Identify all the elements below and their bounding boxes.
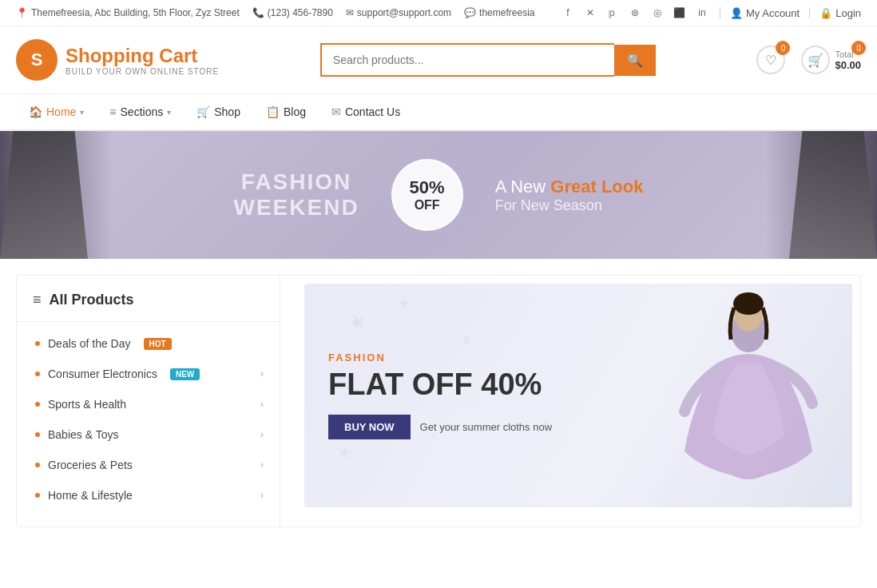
twitter-icon[interactable]: ✕	[582, 5, 598, 21]
cart-button[interactable]: 🛒 0 Total $0.00	[801, 46, 861, 74]
sections-arrow: ▾	[167, 108, 171, 117]
product-area: ★ ★ ★ ★ ★ ★ ★ ★ FASHION FLAT OFF 40% BUY…	[296, 276, 860, 526]
svg-text:★: ★	[507, 305, 517, 316]
sidebar-item-groceries-left: Groceries & Pets	[35, 459, 133, 471]
svg-point-10	[733, 292, 764, 315]
address-info: 📍 Themefreesia, Abc Building, 5th Floor,…	[16, 7, 240, 18]
banner-line1: A New Great Look	[495, 177, 644, 197]
promo-banner: ★ ★ ★ ★ ★ ★ ★ ★ FASHION FLAT OFF 40% BUY…	[304, 284, 852, 507]
model-svg	[669, 292, 828, 499]
sections-icon: ≡	[109, 105, 116, 118]
banner-content: FASHION WEEKEND 50% OFF A New Great Look…	[234, 159, 644, 231]
chevron-right-icon: ›	[260, 490, 264, 501]
sidebar-label-electronics: Consumer Electronics	[48, 368, 157, 380]
sidebar-item-electronics[interactable]: Consumer Electronics NEW ›	[17, 359, 280, 389]
promo-model-area	[669, 292, 828, 499]
svg-text:★: ★	[335, 440, 355, 463]
logo-title: Shopping Cart	[65, 45, 219, 67]
cart-count: 0	[851, 41, 866, 55]
promo-flat-label: FLAT OFF 40%	[328, 368, 552, 402]
sidebar-item-deals[interactable]: Deals of the Day HOT	[17, 328, 280, 359]
flickr-icon[interactable]: ⬛	[672, 5, 688, 21]
sidebar-label-home-lifestyle: Home & Lifestyle	[48, 489, 133, 502]
sidebar-item-home-lifestyle-left: Home & Lifestyle	[35, 489, 133, 502]
logo-subtitle: BUILD YOUR OWN ONLINE STORE	[65, 67, 219, 76]
nav-item-blog[interactable]: 📋 Blog	[253, 94, 319, 129]
my-account-link[interactable]: 👤 My Account	[730, 7, 800, 19]
sidebar-label-deals: Deals of the Day	[48, 337, 131, 350]
header-right: ♡ 0 🛒 0 Total $0.00	[756, 46, 861, 74]
sidebar-item-sports-left: Sports & Health	[35, 398, 126, 411]
promo-cta-row: BUY NOW Get your summer cloths now	[328, 415, 552, 439]
sidebar: ≡ All Products Deals of the Day HOT Cons…	[17, 276, 280, 526]
search-input[interactable]	[320, 43, 614, 77]
search-bar: 🔍	[320, 43, 656, 77]
cart-total-value: $0.00	[835, 59, 861, 71]
wishlist-count: 0	[776, 41, 790, 55]
cart-icon: 🛒	[801, 46, 830, 74]
banner-model-left	[0, 131, 112, 259]
divider	[809, 7, 810, 18]
dribbble-icon[interactable]: ⊛	[627, 5, 643, 21]
chevron-right-icon: ›	[260, 429, 264, 440]
header: S Shopping Cart BUILD YOUR OWN ONLINE ST…	[0, 26, 877, 94]
login-link[interactable]: 🔒 Login	[819, 7, 861, 19]
email-info: ✉ support@support.com	[346, 7, 451, 18]
sidebar-item-home-lifestyle[interactable]: Home & Lifestyle ›	[17, 480, 280, 511]
nav-item-home[interactable]: 🏠 Home ▾	[16, 94, 97, 129]
model-figure	[669, 292, 828, 499]
blog-icon: 📋	[266, 105, 280, 118]
logo[interactable]: S Shopping Cart BUILD YOUR OWN ONLINE ST…	[16, 39, 219, 81]
logo-text: Shopping Cart BUILD YOUR OWN ONLINE STOR…	[65, 45, 219, 76]
sidebar-item-sports[interactable]: Sports & Health ›	[17, 389, 280, 419]
promo-buy-now-button[interactable]: BUY NOW	[328, 415, 411, 439]
main-section: ≡ All Products Deals of the Day HOT Cons…	[16, 275, 861, 527]
sidebar-dot	[35, 432, 40, 437]
banner-fashion-text: FASHION	[234, 169, 359, 195]
chevron-right-icon: ›	[260, 399, 264, 410]
nav-item-contact[interactable]: ✉ Contact Us	[319, 94, 413, 129]
contact-icon: ✉	[331, 105, 341, 118]
linkedin-icon[interactable]: in	[694, 5, 710, 21]
promo-cta-text: Get your summer cloths now	[420, 421, 552, 433]
sidebar-item-babies-left: Babies & Toys	[35, 428, 118, 441]
top-bar-info: 📍 Themefreesia, Abc Building, 5th Floor,…	[16, 7, 534, 18]
instagram-icon[interactable]: ◎	[649, 5, 665, 21]
nav-item-shop[interactable]: 🛒 Shop	[184, 94, 253, 129]
facebook-icon[interactable]: f	[560, 5, 576, 21]
sidebar-item-groceries[interactable]: Groceries & Pets ›	[17, 450, 280, 480]
sidebar-header: ≡ All Products	[17, 292, 280, 322]
top-bar-actions: f ✕ 𝕡 ⊛ ◎ ⬛ in 👤 My Account 🔒 Login	[560, 5, 861, 21]
search-button[interactable]: 🔍	[614, 45, 656, 76]
banner-model-right	[765, 131, 877, 259]
pinterest-icon[interactable]: 𝕡	[605, 5, 621, 21]
logo-icon: S	[16, 39, 58, 81]
sidebar-title: All Products	[50, 292, 134, 308]
sidebar-label-babies: Babies & Toys	[48, 428, 118, 441]
sidebar-item-babies[interactable]: Babies & Toys ›	[17, 419, 280, 450]
sidebar-item-deals-left: Deals of the Day HOT	[35, 337, 172, 350]
home-arrow: ▾	[80, 108, 84, 117]
banner-off: OFF	[415, 198, 440, 213]
banner-percent: 50%	[410, 177, 445, 198]
nav-item-sections[interactable]: ≡ Sections ▾	[97, 94, 184, 129]
sidebar-dot	[35, 463, 40, 467]
shop-icon: 🛒	[196, 105, 210, 118]
banner-left-text: FASHION WEEKEND	[234, 169, 359, 220]
svg-text:★: ★	[457, 328, 475, 349]
banner-discount-circle: 50% OFF	[391, 159, 463, 231]
sidebar-dot	[35, 402, 40, 407]
banner-weekend-text: WEEKEND	[234, 195, 359, 220]
skype-info: 💬 themefreesia	[464, 7, 534, 18]
wishlist-button[interactable]: ♡ 0	[756, 46, 785, 74]
phone-info: 📞 (123) 456-7890	[252, 7, 333, 18]
sidebar-dot	[35, 493, 40, 498]
deals-badge: HOT	[144, 338, 172, 350]
chevron-right-icon: ›	[260, 368, 264, 379]
menu-icon: ≡	[33, 292, 42, 308]
promo-fashion-label: FASHION	[328, 352, 552, 364]
sidebar-item-electronics-left: Consumer Electronics NEW	[35, 368, 200, 380]
banner-line2: For New Season	[495, 197, 644, 214]
chevron-right-icon: ›	[260, 459, 264, 471]
electronics-badge: NEW	[170, 368, 200, 380]
